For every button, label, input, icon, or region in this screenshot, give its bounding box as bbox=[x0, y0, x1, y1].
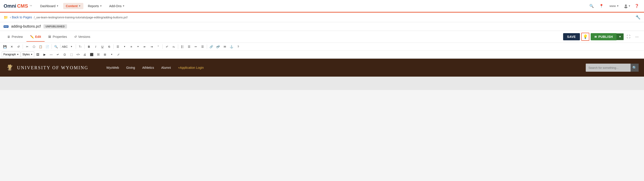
uw-nav-wyoweb[interactable]: WyoWeb bbox=[106, 66, 119, 70]
location-button[interactable]: 📍 bbox=[598, 2, 605, 10]
nav-right-icons: 🔍 📍 www ▼ ▼ ❓ bbox=[588, 2, 640, 10]
undo-toolbar-btn[interactable]: ↺ bbox=[15, 44, 22, 50]
nav-reports-label: Reports bbox=[88, 4, 99, 8]
paste-text-btn[interactable]: 📄 bbox=[44, 44, 50, 50]
publish-dropdown-button[interactable]: ▼ bbox=[616, 34, 624, 40]
close-toolbar-btn[interactable]: ✕ bbox=[8, 44, 15, 50]
expand-button[interactable]: ⛶ bbox=[625, 33, 632, 40]
user-avatar[interactable]: ▼ bbox=[624, 2, 630, 10]
uw-nav-athletics[interactable]: Athletics bbox=[142, 66, 154, 70]
toolbar-divider bbox=[84, 44, 85, 49]
save-button[interactable]: SAVE bbox=[563, 33, 580, 40]
toolbar-divider bbox=[207, 44, 207, 49]
nav-dashboard-label: Dashboard bbox=[40, 4, 56, 8]
ordered-list-btn[interactable]: ≡ bbox=[128, 44, 134, 50]
back-to-pages-link[interactable]: ‹ Back to Pages bbox=[10, 16, 32, 19]
folder-icon[interactable]: 📁 bbox=[4, 15, 8, 20]
tab-edit[interactable]: ✏️ Edit bbox=[26, 32, 44, 42]
find-btn[interactable]: 🔍 bbox=[53, 44, 59, 50]
anchor-btn[interactable]: ⚓ bbox=[228, 44, 234, 50]
ellipsis-icon: ··· bbox=[635, 34, 638, 39]
unordered-arrow-btn[interactable]: ▼ bbox=[122, 44, 128, 50]
nav-content[interactable]: Content ▼ bbox=[63, 3, 84, 9]
edit-icon: ✏️ bbox=[30, 35, 34, 38]
breadcrumb-path: /_uw-team-testing/omni-training-tutorial… bbox=[34, 16, 128, 19]
more-options-button[interactable]: ··· bbox=[634, 34, 640, 40]
nav-content-label: Content bbox=[66, 4, 78, 8]
subscript-btn[interactable]: x₂ bbox=[170, 44, 177, 50]
editor-content-area[interactable] bbox=[0, 76, 644, 90]
logo[interactable]: Omni CMS ™ bbox=[4, 3, 32, 9]
email-btn[interactable]: ✉ bbox=[222, 44, 228, 50]
print-btn[interactable]: 🖨 bbox=[82, 52, 88, 57]
align-justify-btn[interactable]: ☰ bbox=[200, 44, 206, 50]
nav-dashboard[interactable]: Dashboard ▼ bbox=[38, 3, 61, 9]
tab-preview[interactable]: 🖥 Preview bbox=[4, 32, 26, 42]
chevron-down-icon: ▼ bbox=[122, 5, 125, 7]
toolbar-divider bbox=[178, 44, 178, 49]
paste-btn[interactable]: 📋 bbox=[38, 44, 44, 50]
settings-icon[interactable]: 🔧 bbox=[636, 15, 640, 20]
logo-omni: Omni bbox=[4, 3, 16, 9]
www-selector[interactable]: www ▼ bbox=[608, 3, 621, 8]
nav-reports[interactable]: Reports ▼ bbox=[85, 3, 105, 9]
lightbulb-icon: 💡 bbox=[583, 34, 588, 39]
special-char-btn[interactable]: Ω bbox=[62, 52, 68, 57]
nav-addons-label: Add-Ons bbox=[109, 4, 122, 8]
underline-btn[interactable]: U bbox=[99, 44, 106, 50]
tab-properties[interactable]: 🏛 Properties bbox=[44, 32, 70, 42]
crop-btn[interactable]: ⬛ bbox=[88, 52, 95, 57]
toolbar-row-1: 💾 ✕ ↺ ✂ ⬡ 📋 📄 🔍 ABC ▼ T↕ B I U S ☰ ▼ ≡ ▼… bbox=[0, 43, 644, 51]
properties-icon: 🏛 bbox=[48, 35, 51, 38]
image-btn[interactable]: 🖼 bbox=[35, 52, 41, 57]
uw-login-link[interactable]: +Application Login bbox=[178, 66, 204, 70]
unordered-list-btn[interactable]: ☰ bbox=[115, 44, 121, 50]
spellcheck-btn[interactable]: ABC bbox=[62, 44, 68, 50]
strikethrough-btn[interactable]: S bbox=[106, 44, 112, 50]
align-center-btn[interactable]: ☰ bbox=[186, 44, 192, 50]
uw-nav-giving[interactable]: Giving bbox=[126, 66, 135, 70]
align-left-btn[interactable]: ⬱ bbox=[179, 44, 186, 50]
select-all-btn[interactable]: ⬚ bbox=[68, 52, 74, 57]
table-btn[interactable]: ⊞ bbox=[102, 52, 108, 57]
cut-btn[interactable]: ✂ bbox=[24, 44, 30, 50]
copy-btn[interactable]: ⬡ bbox=[31, 44, 37, 50]
publish-main-button[interactable]: ≋ PUBLISH bbox=[591, 33, 616, 40]
uw-search-button[interactable]: 🔍 bbox=[630, 64, 638, 72]
source-btn[interactable]: </> bbox=[75, 52, 81, 57]
styles-label: Styles bbox=[22, 53, 30, 56]
blockquote-btn[interactable]: " bbox=[155, 44, 161, 50]
link-btn[interactable]: 🔗 bbox=[208, 44, 214, 50]
font-size-btn[interactable]: T↕ bbox=[77, 44, 83, 50]
uw-search-input[interactable] bbox=[586, 65, 630, 71]
hr-btn[interactable]: — bbox=[48, 52, 54, 57]
lightbulb-button[interactable]: 💡 bbox=[581, 33, 589, 41]
table-arrow-btn[interactable]: ▼ bbox=[109, 52, 115, 57]
fullscreen-btn[interactable]: ⤢ bbox=[116, 52, 122, 57]
help-button[interactable]: ❓ bbox=[633, 2, 640, 10]
search-button[interactable]: 🔍 bbox=[588, 2, 595, 10]
toolbar-row-2: Paragraph ▼ Styles ▼ 🖼 ▶ — ↵ Ω ⬚ </> 🖨 ⬛… bbox=[0, 51, 644, 58]
help-btn[interactable]: ? bbox=[235, 44, 241, 50]
save-toolbar-btn[interactable]: 💾 bbox=[2, 44, 8, 50]
uw-nav-alumni[interactable]: Alumni bbox=[161, 66, 171, 70]
nav-addons[interactable]: Add-Ons ▼ bbox=[106, 3, 127, 9]
outdent-btn[interactable]: ⇤ bbox=[142, 44, 148, 50]
align-right-btn[interactable]: ⬰ bbox=[193, 44, 199, 50]
tab-versions[interactable]: ↺ Versions bbox=[70, 32, 94, 42]
media-btn[interactable]: ▶ bbox=[42, 52, 48, 57]
bold-btn[interactable]: B bbox=[86, 44, 92, 50]
chevron-down-icon: ▼ bbox=[56, 5, 59, 7]
styles-select[interactable]: Styles ▼ bbox=[21, 52, 34, 57]
tab-preview-label: Preview bbox=[12, 35, 23, 38]
italic-btn[interactable]: I bbox=[92, 44, 99, 50]
paragraph-select[interactable]: Paragraph ▼ bbox=[2, 52, 20, 57]
file-icon-area: PCF bbox=[4, 25, 8, 28]
line-break-btn[interactable]: ↵ bbox=[55, 52, 61, 57]
spellcheck-arrow-btn[interactable]: ▼ bbox=[68, 44, 74, 50]
accessibility-btn[interactable]: ☒ bbox=[95, 52, 102, 57]
superscript-btn[interactable]: x² bbox=[164, 44, 170, 50]
indent-btn[interactable]: ⇥ bbox=[148, 44, 154, 50]
ordered-arrow-btn[interactable]: ▼ bbox=[135, 44, 141, 50]
unlink-btn[interactable]: 🔗 bbox=[215, 44, 221, 50]
